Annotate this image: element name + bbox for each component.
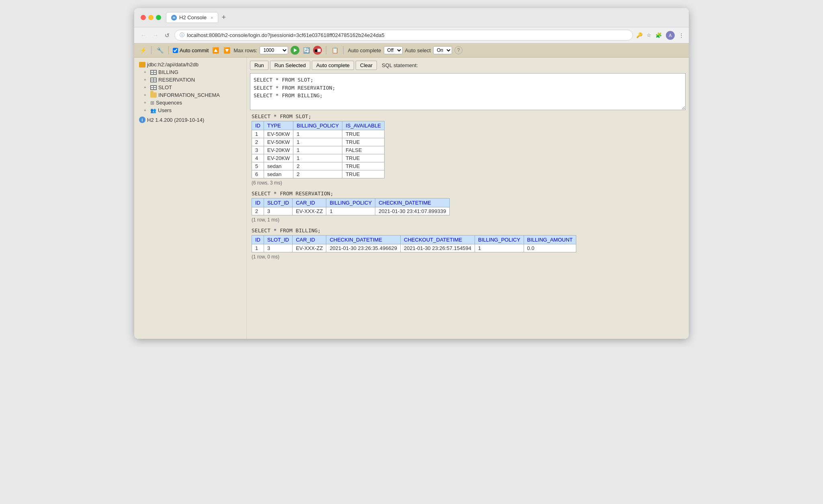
billing-query-label: SELECT * FROM BILLING; (252, 227, 684, 234)
active-tab[interactable]: H H2 Console × (166, 12, 218, 23)
run-selected-button[interactable]: Run Selected (270, 61, 310, 70)
tab-bar: H H2 Console × + (166, 12, 682, 23)
bill-col-car-id: CAR_ID (293, 236, 326, 244)
billing-results: SELECT * FROM BILLING; ID SLOT_ID CAR_ID… (250, 227, 686, 260)
history-icon[interactable]: 📋 (330, 46, 339, 55)
back-button[interactable]: ← (139, 31, 148, 39)
sidebar-db-label: jdbc:h2:/api/data/h2db (147, 61, 199, 68)
nav-icons: 🔑 ☆ 🧩 A ⋮ (636, 31, 684, 40)
rollback-icon[interactable]: 🔽 (222, 46, 231, 55)
run-button-toolbar[interactable] (291, 46, 299, 55)
tab-title: H2 Console (179, 14, 207, 20)
minimize-button[interactable] (148, 15, 154, 20)
table-icon-slot (150, 85, 157, 90)
bill-col-billing-policy: BILLING_POLICY (475, 236, 524, 244)
sidebar-version-label: H2 1.4.200 (2019-10-14) (147, 117, 204, 123)
reservation-query-label: SELECT * FROM RESERVATION; (252, 191, 684, 197)
maximize-button[interactable] (156, 15, 161, 20)
close-button[interactable] (141, 15, 146, 20)
menu-icon[interactable]: ⋮ (679, 32, 684, 38)
db-icon (139, 62, 145, 68)
slot-results: SELECT * FROM SLOT; ID TYPE BILLING_POLI… (250, 113, 686, 186)
autocomplete-select[interactable]: Off On (384, 46, 403, 54)
key-icon[interactable]: 🔑 (636, 32, 643, 38)
autocommit-label: Auto commit (180, 47, 209, 53)
separator-1 (151, 46, 151, 54)
sidebar-label-users: Users (158, 107, 172, 113)
clear-button[interactable]: Clear (356, 61, 377, 70)
sidebar-item-db[interactable]: jdbc:h2:/api/data/h2db (137, 61, 243, 68)
res-col-billing-policy: BILLING_POLICY (326, 199, 375, 207)
commit-icon[interactable]: 🔼 (211, 46, 220, 55)
main-content: jdbc:h2:/api/data/h2db + BILLING + RESER… (134, 57, 689, 339)
autoselect-label: Auto select (405, 47, 431, 53)
bill-col-id: ID (252, 236, 264, 244)
bill-col-checkout: CHECKOUT_DATETIME (401, 236, 475, 244)
bill-col-billing-amount: BILLING_AMOUNT (524, 236, 576, 244)
sidebar-label-slot: SLOT (158, 84, 172, 90)
res-col-checkin: CHECKIN_DATETIME (375, 199, 450, 207)
tab-close-icon[interactable]: × (211, 15, 213, 20)
table-row: 4EV-20KW1TRUE (252, 154, 385, 162)
billing-result-table: ID SLOT_ID CAR_ID CHECKIN_DATETIME CHECK… (252, 235, 576, 252)
tab-favicon: H (171, 15, 177, 20)
expand-icon-sequences: + (144, 100, 149, 105)
slot-col-is-available: IS_AVAILABLE (342, 121, 385, 130)
sidebar-label-reservation: RESERVATION (158, 77, 195, 83)
new-tab-button[interactable]: + (221, 13, 226, 22)
table-row: 2EV-50KW1TRUE (252, 138, 385, 146)
stop-button[interactable]: ■ (313, 46, 322, 55)
run-button[interactable]: Run (250, 61, 268, 70)
autoselect-select[interactable]: On Off (433, 46, 452, 54)
sidebar-item-slot[interactable]: + SLOT (142, 84, 243, 91)
autocommit-checkbox[interactable] (173, 48, 178, 53)
table-row: 5sedan2TRUE (252, 162, 385, 170)
refresh-button[interactable]: ↺ (163, 31, 171, 39)
bookmark-icon[interactable]: ☆ (647, 32, 651, 38)
sidebar-label-billing: BILLING (158, 69, 178, 75)
separator-3 (326, 46, 326, 54)
slot-col-id: ID (252, 121, 264, 130)
sql-editor[interactable]: SELECT * FROM SLOT; SELECT * FROM RESERV… (250, 73, 686, 110)
preferences-icon[interactable]: 🔧 (156, 46, 164, 55)
sql-area: Run Run Selected Auto complete Clear SQL… (247, 57, 689, 339)
forward-button[interactable]: → (151, 31, 160, 39)
slot-query-label: SELECT * FROM SLOT; (252, 113, 684, 119)
autocommit-checkbox-label[interactable]: Auto commit (173, 47, 209, 53)
avatar[interactable]: A (666, 31, 675, 40)
traffic-lights (141, 15, 161, 20)
slot-col-billing-policy: BILLING_POLICY (293, 121, 342, 130)
title-bar: H H2 Console × + (134, 8, 689, 27)
autocomplete-button[interactable]: Auto complete (312, 61, 354, 70)
extensions-icon[interactable]: 🧩 (655, 32, 662, 38)
maxrows-select[interactable]: 1000 10000 100000 (260, 46, 288, 54)
sidebar-label-sequences: Sequences (156, 100, 182, 106)
maxrows-label: Max rows: (233, 47, 257, 53)
address-text: localhost:8080/h2-console/login.do?jsess… (187, 32, 385, 38)
bill-col-slot-id: SLOT_ID (264, 236, 293, 244)
table-row: 23EV-XXX-ZZ12021-01-30 23:41:07.899339 (252, 207, 450, 215)
sidebar-item-reservation[interactable]: + RESERVATION (142, 76, 243, 84)
reservation-row-count: (1 row, 1 ms) (252, 217, 684, 223)
sidebar-item-sequences[interactable]: + ⊞ Sequences (142, 99, 243, 107)
info-icon: i (139, 117, 145, 123)
expand-icon-slot: + (144, 85, 149, 90)
sidebar-item-info-schema[interactable]: + INFORMATION_SCHEMA (142, 91, 243, 99)
refresh-db-icon[interactable]: 🔄 (302, 46, 311, 55)
sidebar-item-billing[interactable]: + BILLING (142, 68, 243, 76)
sidebar-item-users[interactable]: + 👥 Users (142, 107, 243, 114)
billing-row-count: (1 row, 0 ms) (252, 254, 684, 260)
disconnect-icon[interactable]: ⚡ (138, 46, 147, 55)
address-bar[interactable]: ⓘ localhost:8080/h2-console/login.do?jse… (174, 30, 633, 41)
nav-bar: ← → ↺ ⓘ localhost:8080/h2-console/login.… (134, 27, 689, 43)
reservation-results: SELECT * FROM RESERVATION; ID SLOT_ID CA… (250, 191, 686, 223)
slot-result-table: ID TYPE BILLING_POLICY IS_AVAILABLE 1EV-… (252, 121, 385, 178)
sidebar-label-info-schema: INFORMATION_SCHEMA (158, 92, 220, 98)
sidebar-item-version: i H2 1.4.200 (2019-10-14) (137, 116, 243, 124)
res-col-slot-id: SLOT_ID (264, 199, 293, 207)
res-col-id: ID (252, 199, 264, 207)
table-icon-billing (150, 70, 157, 75)
help-icon[interactable]: ? (454, 46, 463, 54)
expand-icon-billing: + (144, 70, 149, 74)
res-col-car-id: CAR_ID (293, 199, 326, 207)
